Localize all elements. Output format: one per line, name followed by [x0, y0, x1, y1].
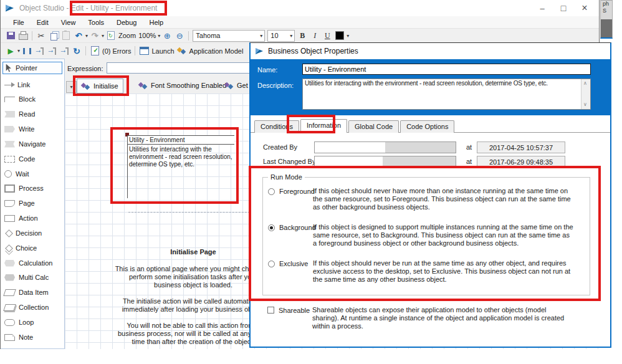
navigate-icon	[4, 141, 15, 148]
description-label: Description:	[257, 82, 294, 89]
bold-button[interactable]: B	[297, 30, 307, 41]
toolbox-data-item[interactable]: Data Item	[2, 286, 62, 299]
name-input[interactable]	[302, 64, 591, 75]
last-changed-by-label: Last Changed By	[263, 158, 315, 165]
application-modeller-label[interactable]: Application Model	[189, 47, 244, 55]
toolbox-write[interactable]: Write	[2, 123, 62, 135]
toolbox-link[interactable]: Link	[2, 79, 62, 91]
shareable-label[interactable]: Shareable	[279, 307, 310, 314]
step-over-icon[interactable]	[47, 47, 57, 55]
copy-icon[interactable]	[50, 33, 57, 41]
play-icon[interactable]	[6, 46, 16, 57]
page-icon	[4, 200, 15, 207]
annotation-initialise-tab	[73, 75, 129, 96]
reset-icon[interactable]	[72, 46, 82, 57]
page-boundary-dashed-line	[128, 212, 250, 213]
expression-label: Expression:	[67, 65, 103, 72]
minimize-button[interactable]	[532, 0, 553, 16]
code-icon	[4, 156, 15, 163]
toolbox-navigate[interactable]: Navigate	[2, 138, 62, 150]
created-at-value: 2017-04-25 10:57:37	[477, 141, 565, 153]
expression-input[interactable]	[107, 62, 256, 74]
created-at-label: at	[466, 143, 472, 151]
background-window-body	[601, 19, 612, 37]
toolbox-process[interactable]: Process	[2, 182, 62, 194]
toolbox-wait[interactable]: Wait	[2, 168, 62, 180]
menu-bar: File Edit View Tools Debug Help	[1, 16, 599, 28]
toolbox-action[interactable]: Action	[2, 212, 62, 224]
toolbox-collection[interactable]: Collection	[2, 301, 62, 314]
toolbox-block[interactable]: Block	[2, 93, 62, 105]
maximize-button[interactable]	[553, 0, 574, 16]
collection-icon	[3, 304, 16, 311]
tab-global-code[interactable]: Global Code	[348, 120, 399, 133]
zoom-out-icon[interactable]	[175, 30, 184, 41]
description-scrollbar[interactable]	[581, 79, 590, 109]
toolbox-pointer[interactable]: Pointer	[2, 62, 62, 74]
cut-icon[interactable]	[36, 30, 46, 41]
undo-dropdown-icon[interactable]	[85, 33, 88, 39]
dialog-header-panel: Name: Description: Utilities for interac…	[251, 59, 610, 115]
errors-label[interactable]: (0) Errors	[102, 47, 131, 55]
font-family-select[interactable]: Tahoma	[193, 30, 265, 42]
redo-icon[interactable]	[90, 30, 100, 41]
menu-debug[interactable]: Debug	[110, 17, 143, 27]
redo-dropdown-icon[interactable]	[102, 33, 104, 39]
toolbox-loop[interactable]: Loop	[2, 316, 62, 328]
shareable-checkbox[interactable]	[267, 307, 274, 314]
dialog-tabs: Conditions Information Global Code Code …	[254, 119, 456, 133]
zoom-label: Zoom	[118, 32, 136, 39]
zoom-dropdown-icon[interactable]	[158, 33, 160, 39]
tab-code-options[interactable]: Code Options	[400, 120, 454, 133]
toolbox-decision[interactable]: Decision	[2, 227, 62, 239]
screen: Object Studio - Edit - Utility - Environ…	[0, 0, 622, 364]
toolbox-note[interactable]: Note	[2, 331, 62, 343]
menu-view[interactable]: View	[55, 17, 82, 27]
format-toolbar: Zoom 100% Tahoma 10 B I U	[1, 28, 599, 42]
toolbox-multi-calc[interactable]: Multi Calc	[2, 271, 62, 284]
toolbox-partial-item[interactable]	[2, 346, 62, 349]
zoom-in-icon[interactable]	[162, 30, 172, 41]
refresh-page-icon[interactable]	[107, 31, 115, 40]
page-tab-icon	[225, 82, 234, 89]
calculation-icon	[4, 260, 15, 267]
launch-icon[interactable]	[140, 47, 149, 55]
close-button[interactable]	[574, 0, 595, 16]
play-dropdown-icon[interactable]	[17, 48, 20, 54]
menu-file[interactable]: File	[7, 17, 31, 27]
paste-icon[interactable]	[62, 31, 70, 40]
toolbox-choice[interactable]: Choice	[2, 242, 62, 254]
pointer-icon	[5, 64, 12, 72]
toolbox-read[interactable]: Read	[2, 108, 62, 120]
menu-edit[interactable]: Edit	[31, 17, 55, 27]
menu-help[interactable]: Help	[143, 17, 170, 27]
zoom-value[interactable]: 100%	[138, 32, 156, 39]
font-color-swatch[interactable]	[335, 31, 344, 40]
background-window-edge: ph S	[600, 0, 613, 39]
pause-icon[interactable]	[23, 48, 31, 54]
write-icon	[4, 126, 15, 133]
link-icon	[4, 85, 14, 89]
step-in-icon[interactable]	[35, 47, 44, 55]
errors-icon[interactable]	[91, 46, 99, 55]
description-input[interactable]: Utilities for interacting with the envir…	[302, 79, 591, 110]
application-modeller-icon[interactable]	[178, 47, 186, 54]
save-icon[interactable]	[7, 32, 15, 39]
page-tab-font-smoothing[interactable]: Font Smoothing Enabled	[135, 79, 231, 92]
toolbox-code[interactable]: Code	[2, 153, 62, 165]
toolbox-calculation[interactable]: Calculation	[2, 257, 62, 269]
created-by-field[interactable]	[314, 141, 456, 153]
step-out-icon[interactable]	[60, 47, 69, 55]
font-size-select[interactable]: 10	[267, 30, 295, 42]
launch-label[interactable]: Launch	[151, 47, 174, 55]
undo-icon[interactable]	[74, 30, 84, 41]
menu-tools[interactable]: Tools	[82, 17, 110, 27]
italic-button[interactable]: I	[310, 30, 320, 41]
toolbox-page[interactable]: Page	[2, 197, 62, 209]
anchor-icon	[4, 348, 12, 349]
shareable-description: Shareable objects can expose their appli…	[312, 306, 574, 330]
print-icon[interactable]	[19, 34, 28, 40]
font-color-dropdown-icon[interactable]	[347, 33, 349, 39]
dialog-title-bar: Business Object Properties	[251, 43, 610, 59]
underline-button[interactable]: U	[322, 30, 332, 41]
